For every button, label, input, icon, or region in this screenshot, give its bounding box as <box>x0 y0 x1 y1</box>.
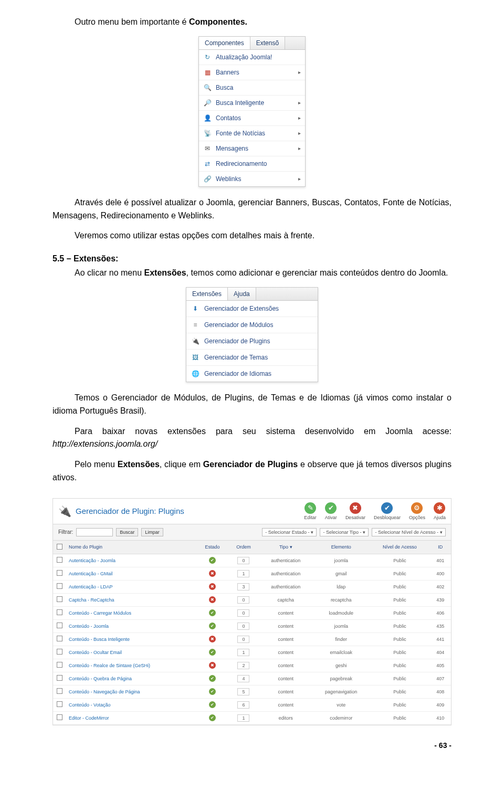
menu-item[interactable]: ✉Mensagens▸ <box>199 141 305 156</box>
plugin-name-link[interactable]: Autenticação - Joomla <box>66 554 197 567</box>
menu-item-label: Banners <box>216 69 239 76</box>
column-header[interactable]: Estado <box>197 541 228 554</box>
row-checkbox[interactable] <box>57 570 62 576</box>
plugin-name-link[interactable]: Autenticação - GMail <box>66 567 197 580</box>
menu-item[interactable]: ↻Atualização Joomla! <box>199 50 305 65</box>
column-header[interactable]: ID <box>430 541 451 554</box>
menu-item[interactable]: 🌐Gerenciador de Idiomas <box>186 366 318 382</box>
menu-item[interactable]: 🖼Gerenciador de Temas <box>186 350 318 366</box>
row-checkbox[interactable] <box>57 623 62 628</box>
row-checkbox[interactable] <box>57 701 62 707</box>
row-checkbox[interactable] <box>57 636 62 641</box>
themes-icon: 🖼 <box>191 353 200 362</box>
status-enabled-icon[interactable]: ✔ <box>209 675 216 682</box>
desbloquear-tool[interactable]: ✔Desbloquear <box>374 502 401 520</box>
editar-tool[interactable]: ✎Editar <box>304 502 317 520</box>
column-header[interactable]: Nome do Plugin <box>66 541 197 554</box>
plugin-name-link[interactable]: Editor - CodeMirror <box>66 711 197 724</box>
menu-item[interactable]: 🔎Busca Inteligente▸ <box>199 96 305 111</box>
extensoes-menu: ExtensõesAjuda ⬇Gerenciador de Extensões… <box>186 287 318 382</box>
desativar-tool[interactable]: ✖Desativar <box>345 502 365 520</box>
order-value: 5 <box>237 688 249 695</box>
row-checkbox[interactable] <box>57 609 62 615</box>
row-checkbox[interactable] <box>57 649 62 655</box>
menu-item[interactable]: ▦Banners▸ <box>199 65 305 80</box>
menu-item[interactable]: 👤Contatos▸ <box>199 111 305 126</box>
row-checkbox[interactable] <box>57 662 62 668</box>
menu-item[interactable]: 🔗Weblinks▸ <box>199 172 305 186</box>
cell-acesso: Public <box>370 711 429 724</box>
menu-tab[interactable]: Componentes <box>199 37 250 49</box>
menu-tab[interactable]: Extensõ <box>250 37 285 49</box>
tool-label: Desativar <box>345 515 365 520</box>
status-disabled-icon[interactable]: ✖ <box>209 570 216 577</box>
row-checkbox[interactable] <box>57 557 62 563</box>
status-enabled-icon[interactable]: ✔ <box>209 714 216 721</box>
plugin-name-link[interactable]: Conteúdo - Votação <box>66 698 197 711</box>
redirect-icon: ⇄ <box>203 160 212 168</box>
row-checkbox[interactable] <box>57 583 62 589</box>
limpar-button[interactable]: Limpar <box>141 528 163 536</box>
banners-icon: ▦ <box>203 68 212 77</box>
cell-tipo: content <box>259 698 312 711</box>
menu-item[interactable]: 📡Fonte de Notícias▸ <box>199 126 305 141</box>
status-enabled-icon[interactable]: ✔ <box>209 649 216 656</box>
row-checkbox[interactable] <box>57 714 62 720</box>
menu-item[interactable]: 🔍Busca <box>199 80 305 96</box>
status-enabled-icon[interactable]: ✔ <box>209 688 216 695</box>
menu-tab[interactable]: Ajuda <box>228 288 256 300</box>
filter-input[interactable] <box>76 528 113 536</box>
menu-item[interactable]: ⇄Redirecionamento <box>199 156 305 172</box>
select-estado[interactable]: - Selecionar Estado -▾ <box>262 528 317 536</box>
menu-item[interactable]: 🔌Gerenciador de Plugins <box>186 333 318 350</box>
menu-item-label: Busca Inteligente <box>216 99 264 107</box>
status-enabled-icon[interactable]: ✔ <box>209 609 216 616</box>
plugin-name-link[interactable]: Captcha - ReCaptcha <box>66 593 197 606</box>
select-acesso[interactable]: - Selecionar Nível de Acesso -▾ <box>372 528 446 536</box>
status-disabled-icon[interactable]: ✖ <box>209 636 216 642</box>
status-disabled-icon[interactable]: ✖ <box>209 596 216 603</box>
select-all-checkbox[interactable] <box>57 544 62 550</box>
row-checkbox[interactable] <box>57 688 62 694</box>
status-disabled-icon[interactable]: ✖ <box>209 662 216 669</box>
plugin-name-link[interactable]: Conteúdo - Ocultar Email <box>66 646 197 659</box>
cell-elemento: vote <box>312 698 370 711</box>
order-value: 4 <box>237 675 249 682</box>
menu-item[interactable]: ≡Gerenciador de Módulos <box>186 317 318 333</box>
order-value: 0 <box>237 557 249 564</box>
ajuda-tool[interactable]: ✱Ajuda <box>434 502 446 520</box>
menu-item[interactable]: ⬇Gerenciador de Extensões <box>186 301 318 317</box>
order-value: 0 <box>237 609 249 617</box>
plugin-name-link[interactable]: Conteúdo - Navegação de Página <box>66 685 197 698</box>
buscar-button[interactable]: Buscar <box>116 528 138 536</box>
menu-tab[interactable]: Extensões <box>186 288 228 300</box>
plugin-name-link[interactable]: Conteúdo - Carregar Módulos <box>66 606 197 619</box>
messages-icon: ✉ <box>203 144 212 153</box>
plugin-name-link[interactable]: Autenticação - LDAP <box>66 580 197 593</box>
row-checkbox[interactable] <box>57 675 62 681</box>
select-tipo[interactable]: - Selecionar Tipo -▾ <box>320 528 369 536</box>
row-checkbox[interactable] <box>57 596 62 602</box>
submenu-arrow-icon: ▸ <box>298 115 301 121</box>
status-enabled-icon[interactable]: ✔ <box>209 557 216 564</box>
plugin-name-link[interactable]: Conteúdo - Quebra de Página <box>66 672 197 685</box>
cell-acesso: Public <box>370 593 429 606</box>
cell-tipo: content <box>259 632 312 646</box>
para-7: Pelo menu Extensões, clique em Gerenciad… <box>52 458 452 484</box>
column-header <box>53 541 66 554</box>
column-header[interactable]: Tipo ▾ <box>259 541 312 554</box>
column-header[interactable]: Nível de Acesso <box>370 541 429 554</box>
cell-id: 439 <box>430 593 451 606</box>
column-header[interactable]: Elemento <box>312 541 370 554</box>
cell-tipo: content <box>259 685 312 698</box>
column-header[interactable]: Ordem <box>228 541 259 554</box>
plugin-name-link[interactable]: Conteúdo - Realce de Sintaxe (GeSHi) <box>66 659 197 672</box>
status-enabled-icon[interactable]: ✔ <box>209 701 216 708</box>
status-disabled-icon[interactable]: ✖ <box>209 583 216 590</box>
ativar-tool[interactable]: ✔Ativar <box>325 502 337 520</box>
status-enabled-icon[interactable]: ✔ <box>209 623 216 629</box>
plugin-name-link[interactable]: Conteúdo - Busca Inteligente <box>66 632 197 646</box>
opcoes-tool[interactable]: ⚙Opções <box>409 502 425 520</box>
table-row: Conteúdo - Realce de Sintaxe (GeSHi)✖2co… <box>53 659 451 672</box>
plugin-name-link[interactable]: Conteúdo - Joomla <box>66 619 197 632</box>
